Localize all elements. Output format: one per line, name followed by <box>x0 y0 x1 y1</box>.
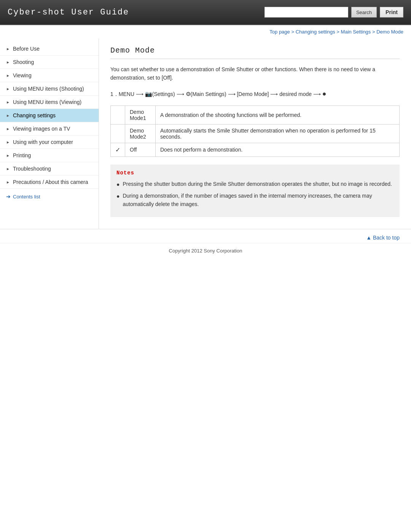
description-text: You can set whether to use a demonstrati… <box>110 65 400 82</box>
breadcrumb-link-changing-settings[interactable]: Changing settings <box>296 29 335 35</box>
breadcrumb-sep-2: > <box>336 29 341 35</box>
arrow-icon: ► <box>6 60 10 64</box>
arrow-icon: ► <box>6 100 10 104</box>
sidebar-item-label: Precautions / About this camera <box>13 179 88 185</box>
sidebar-item-label: Troubleshooting <box>13 166 51 172</box>
contents-list-link[interactable]: ➔ Contents list <box>0 189 99 204</box>
site-title: Cyber-shot User Guide <box>8 8 129 17</box>
arrow-icon: ► <box>6 113 10 118</box>
sidebar-item-precautions[interactable]: ► Precautions / About this camera <box>0 176 99 189</box>
back-to-top-row: ▲ Back to top <box>0 229 411 243</box>
sidebar-item-label: Printing <box>13 152 31 158</box>
arrow-icon: ► <box>6 180 10 184</box>
sidebar-item-printing[interactable]: ► Printing <box>0 149 99 162</box>
mode-label: DemoMode1 <box>125 105 156 124</box>
content-area: Demo Mode You can set whether to use a d… <box>99 38 411 229</box>
sidebar-item-viewing-tv[interactable]: ► Viewing images on a TV <box>0 122 99 136</box>
arrow-right-icon: ➔ <box>6 193 11 200</box>
notes-box: Notes Pressing the shutter button during… <box>110 165 400 217</box>
breadcrumb-sep-3: > <box>372 29 376 35</box>
arrow-icon: ► <box>6 47 10 51</box>
main-settings-icon: ⚙ <box>186 91 191 97</box>
sidebar-item-label: Before Use <box>13 46 40 52</box>
back-to-top-link[interactable]: ▲ Back to top <box>366 235 400 241</box>
sidebar-item-computer[interactable]: ► Using with your computer <box>0 136 99 149</box>
arrow-icon: ► <box>6 87 10 91</box>
sidebar-item-label: Shooting <box>13 59 34 65</box>
check-cell <box>111 124 125 143</box>
mode-description: Automatically starts the Smile Shutter d… <box>156 124 400 143</box>
header: Cyber-shot User Guide Search Print <box>0 0 411 25</box>
breadcrumb-link-top[interactable]: Top page <box>269 29 290 35</box>
sidebar-item-label: Using with your computer <box>13 139 73 145</box>
sidebar-item-viewing[interactable]: ► Viewing <box>0 69 99 82</box>
title-divider <box>110 59 400 59</box>
notes-item-text: During a demonstration, if the number of… <box>123 192 393 209</box>
sidebar-item-label: Using MENU items (Viewing) <box>13 99 81 105</box>
mode-label: DemoMode2 <box>125 124 156 143</box>
breadcrumb: Top page > Changing settings > Main Sett… <box>0 25 411 38</box>
table-row: DemoMode1 A demonstration of the shootin… <box>111 105 400 124</box>
arrow-icon: ► <box>6 127 10 131</box>
notes-item: During a demonstration, if the number of… <box>116 192 393 209</box>
breadcrumb-link-main-settings[interactable]: Main Settings <box>341 29 371 35</box>
sidebar-item-menu-viewing[interactable]: ► Using MENU items (Viewing) <box>0 96 99 109</box>
table-row: DemoMode2 Automatically starts the Smile… <box>111 124 400 143</box>
mode-description: A demonstration of the shooting function… <box>156 105 400 124</box>
mode-label: Off <box>125 143 156 157</box>
search-input[interactable] <box>264 7 348 18</box>
header-controls: Search Print <box>264 7 403 18</box>
sidebar-item-before-use[interactable]: ► Before Use <box>0 42 99 56</box>
sidebar-item-changing-settings[interactable]: ► Changing settings <box>0 109 99 122</box>
main-container: ► Before Use ► Shooting ► Viewing ► Usin… <box>0 38 411 229</box>
table-row: ✓ Off Does not perform a demonstration. <box>111 143 400 157</box>
check-cell <box>111 105 125 124</box>
arrow-icon: ► <box>6 140 10 144</box>
arrow-icon: ► <box>6 153 10 158</box>
breadcrumb-link-demo-mode[interactable]: Demo Mode <box>376 29 403 35</box>
page-title: Demo Mode <box>110 46 400 55</box>
demo-mode-table: DemoMode1 A demonstration of the shootin… <box>110 105 400 157</box>
sidebar-item-label: Changing settings <box>13 112 56 118</box>
arrow-icon: ► <box>6 167 10 171</box>
sidebar-item-label: Viewing <box>13 72 32 78</box>
arrow-icon: ► <box>6 73 10 78</box>
notes-item: Pressing the shutter button during the S… <box>116 180 393 189</box>
check-cell: ✓ <box>111 143 125 157</box>
sidebar-item-label: Viewing images on a TV <box>13 126 70 132</box>
notes-item-text: Pressing the shutter button during the S… <box>123 180 392 188</box>
sidebar-item-troubleshooting[interactable]: ► Troubleshooting <box>0 162 99 176</box>
contents-list-label: Contents list <box>13 194 40 200</box>
mode-description: Does not perform a demonstration. <box>156 143 400 157</box>
sidebar-item-menu-shooting[interactable]: ► Using MENU items (Shooting) <box>0 82 99 96</box>
search-button[interactable]: Search <box>351 7 377 18</box>
footer: Copyright 2012 Sony Corporation <box>0 243 411 258</box>
notes-list: Pressing the shutter button during the S… <box>116 180 393 209</box>
notes-title: Notes <box>116 170 393 176</box>
copyright-text: Copyright 2012 Sony Corporation <box>169 248 242 254</box>
sidebar: ► Before Use ► Shooting ► Viewing ► Usin… <box>0 38 99 229</box>
breadcrumb-sep-1: > <box>291 29 295 35</box>
print-button[interactable]: Print <box>380 7 403 18</box>
settings-icon: 📷 <box>145 91 152 97</box>
sidebar-item-label: Using MENU items (Shooting) <box>13 86 84 92</box>
instruction-text: 1．MENU ⟶ 📷(Settings) ⟶ ⚙(Main Settings) … <box>110 88 400 99</box>
sidebar-item-shooting[interactable]: ► Shooting <box>0 56 99 69</box>
